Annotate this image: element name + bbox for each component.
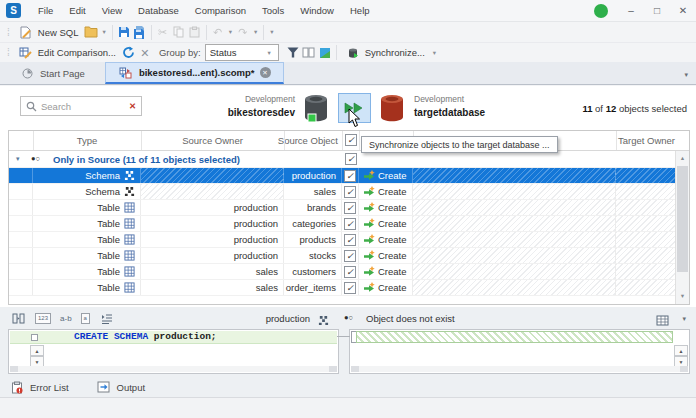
undo-icon[interactable]: ↶ xyxy=(210,24,226,40)
new-sql-button[interactable]: New SQL xyxy=(13,23,84,41)
search-input[interactable] xyxy=(41,101,125,112)
row-checkbox-cell[interactable]: ✓ xyxy=(342,232,359,247)
tab-close-icon[interactable]: ✕ xyxy=(260,67,271,78)
account-avatar[interactable] xyxy=(594,4,608,18)
tab-start-page[interactable]: Start Page xyxy=(7,62,97,84)
synchronize-button[interactable]: Synchronize... xyxy=(340,44,430,62)
edit-comparison-button[interactable]: Edit Comparison... xyxy=(13,44,121,62)
open-file-icon[interactable] xyxy=(83,24,99,40)
column-header-target-owner[interactable]: Target Owner xyxy=(616,135,677,146)
close-button[interactable]: ✕ xyxy=(672,2,694,19)
row-action-cell[interactable]: Create xyxy=(359,264,413,279)
row-action-cell[interactable]: Create xyxy=(359,280,413,295)
scroll-down-icon[interactable]: ▼ xyxy=(676,290,689,303)
swap-panes-icon[interactable] xyxy=(301,45,317,61)
filter-icon[interactable] xyxy=(285,45,301,61)
previous-difference-icon[interactable]: ▲ xyxy=(30,345,44,356)
row-checkbox-cell[interactable]: ✓ xyxy=(342,184,359,199)
column-header-type[interactable]: Type xyxy=(33,135,141,146)
horizontal-scrollbar[interactable] xyxy=(351,366,688,372)
row-action-cell[interactable]: Create xyxy=(359,248,413,263)
toolbar-grip[interactable]: ⁞ xyxy=(7,47,9,58)
paste-icon[interactable] xyxy=(187,24,203,40)
row-checkbox-cell[interactable]: ✓ xyxy=(342,216,359,231)
menu-help[interactable]: Help xyxy=(342,1,378,20)
code-fold-marker[interactable] xyxy=(31,334,38,341)
script-panel-caret-icon[interactable]: ▾ xyxy=(682,315,686,323)
save-icon[interactable] xyxy=(116,24,132,40)
redo-icon[interactable]: ↷ xyxy=(235,24,251,40)
whitespace-icon[interactable]: a xyxy=(81,313,90,324)
grid-row[interactable]: Table production stocks ✓ Create xyxy=(9,248,677,264)
redo-dropdown-caret-icon[interactable]: ▾ xyxy=(251,25,260,39)
menu-bar: S File Edit View Database Comparison Too… xyxy=(0,0,696,22)
output-button[interactable]: Output xyxy=(96,379,146,395)
group-by-select[interactable]: Status ▾ xyxy=(205,44,279,61)
grid-row[interactable]: Table sales customers ✓ Create xyxy=(9,264,677,280)
row-action-cell[interactable]: Create xyxy=(359,168,413,183)
select-all-checkbox[interactable]: ✓ xyxy=(345,134,357,146)
menu-file[interactable]: File xyxy=(30,1,61,20)
row-indicator-cell xyxy=(9,248,33,263)
indent-icon[interactable] xyxy=(99,311,115,327)
row-action-cell[interactable]: Create xyxy=(359,232,413,247)
save-all-icon[interactable] xyxy=(132,24,148,40)
menu-view[interactable]: View xyxy=(94,1,130,20)
row-target-object-cell xyxy=(413,248,616,263)
tab-schema-comparison[interactable]: bikestoresd...ent).scomp* ✕ xyxy=(105,62,284,84)
collapse-caret-icon[interactable]: ▾ xyxy=(16,155,20,163)
row-action-cell[interactable]: Create xyxy=(359,184,413,199)
row-action-cell[interactable]: Create xyxy=(359,216,413,231)
cut-icon[interactable]: ✂ xyxy=(155,24,171,40)
ignore-case-icon[interactable]: a-b xyxy=(60,314,72,323)
column-header-source-object[interactable]: Source Object xyxy=(254,135,338,146)
menu-tools[interactable]: Tools xyxy=(254,1,292,20)
grid-row[interactable]: Table production products ✓ Create xyxy=(9,232,677,248)
row-target-object-cell xyxy=(413,168,616,183)
stop-icon[interactable]: ✕ xyxy=(137,45,153,61)
grid-vertical-scrollbar[interactable]: ▲ ▼ xyxy=(675,151,689,304)
source-script-editor[interactable]: CREATE SCHEMA production; ▲ ▼ xyxy=(8,329,339,374)
menu-comparison[interactable]: Comparison xyxy=(187,1,254,20)
grid-view-icon[interactable] xyxy=(654,312,670,328)
clear-search-icon[interactable]: ✕ xyxy=(129,101,136,111)
refresh-icon[interactable] xyxy=(121,45,137,61)
previous-difference-icon[interactable]: ▲ xyxy=(674,345,688,356)
row-checkbox-cell[interactable]: ✓ xyxy=(342,280,359,295)
line-numbers-icon[interactable]: 123 xyxy=(35,313,51,324)
group-row-only-in-source[interactable]: ▾ ●○ Only in Source (11 of 11 objects se… xyxy=(9,151,677,168)
grid-row[interactable]: Table sales order_items ✓ Create xyxy=(9,280,677,296)
menu-window[interactable]: Window xyxy=(292,1,342,20)
row-action-cell[interactable]: Create xyxy=(359,200,413,215)
toolbar-grip[interactable]: ⁞ xyxy=(7,27,9,38)
maximize-button[interactable]: □ xyxy=(646,2,668,19)
open-dropdown-caret-icon[interactable]: ▾ xyxy=(99,25,108,39)
report-icon[interactable] xyxy=(317,45,333,61)
row-checkbox-cell[interactable]: ✓ xyxy=(342,200,359,215)
menu-database[interactable]: Database xyxy=(130,1,187,20)
scroll-up-icon[interactable]: ▲ xyxy=(676,152,689,165)
toolbar-overflow-caret-icon[interactable]: ▾ xyxy=(267,25,276,39)
scrollbar-thumb[interactable] xyxy=(677,166,688,272)
error-list-button[interactable]: Error List xyxy=(9,379,69,395)
synchronize-dropdown-caret-icon[interactable]: ▾ xyxy=(430,46,439,60)
menu-edit[interactable]: Edit xyxy=(61,1,93,20)
horizontal-scrollbar[interactable] xyxy=(10,366,337,372)
grid-row[interactable]: Table production brands ✓ Create xyxy=(9,200,677,216)
target-script-editor[interactable]: ▲ ▼ xyxy=(349,329,690,374)
tab-list-caret-icon[interactable]: ▾ xyxy=(684,71,688,79)
row-source-owner-cell: production xyxy=(141,248,284,263)
grid-row[interactable]: Schema sales ✓ Create xyxy=(9,184,677,200)
grid-row[interactable]: Schema production ✓ Create xyxy=(9,168,677,184)
minimize-button[interactable]: – xyxy=(620,2,642,19)
row-checkbox-cell[interactable]: ✓ xyxy=(342,168,359,183)
row-target-object-cell xyxy=(413,184,616,199)
next-difference-icon[interactable] xyxy=(10,311,26,327)
copy-icon[interactable] xyxy=(171,24,187,40)
search-box[interactable]: ✕ xyxy=(20,96,142,116)
group-checkbox[interactable]: ✓ xyxy=(345,153,357,165)
undo-dropdown-caret-icon[interactable]: ▾ xyxy=(226,25,235,39)
row-checkbox-cell[interactable]: ✓ xyxy=(342,264,359,279)
grid-row[interactable]: Table production categories ✓ Create xyxy=(9,216,677,232)
row-checkbox-cell[interactable]: ✓ xyxy=(342,248,359,263)
